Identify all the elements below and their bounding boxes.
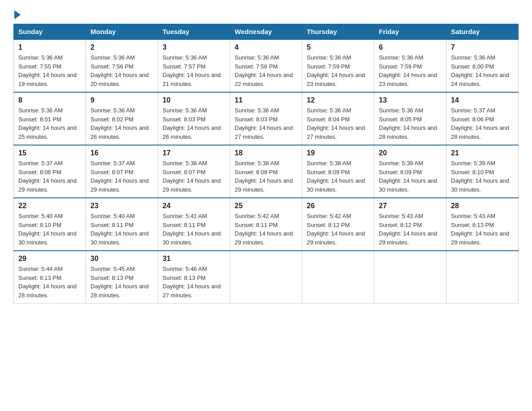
day-info: Sunrise: 5:38 AM Sunset: 8:07 PM Dayligh… <box>163 159 225 194</box>
header-friday: Friday <box>374 24 446 40</box>
day-info: Sunrise: 5:45 AM Sunset: 8:13 PM Dayligh… <box>90 265 153 300</box>
day-number: 22 <box>18 202 81 210</box>
day-info: Sunrise: 5:36 AM Sunset: 8:05 PM Dayligh… <box>379 106 442 141</box>
header-wednesday: Wednesday <box>230 24 302 40</box>
day-info: Sunrise: 5:36 AM Sunset: 7:59 PM Dayligh… <box>379 53 442 88</box>
calendar-cell: 6 Sunrise: 5:36 AM Sunset: 7:59 PM Dayli… <box>374 39 446 92</box>
day-info: Sunrise: 5:37 AM Sunset: 8:07 PM Dayligh… <box>90 159 153 194</box>
day-info: Sunrise: 5:37 AM Sunset: 8:06 PM Dayligh… <box>18 159 81 194</box>
day-number: 3 <box>163 43 225 51</box>
calendar-cell: 9 Sunrise: 5:36 AM Sunset: 8:02 PM Dayli… <box>86 92 158 145</box>
day-info: Sunrise: 5:39 AM Sunset: 8:09 PM Dayligh… <box>379 159 442 194</box>
day-number: 27 <box>379 202 442 210</box>
day-number: 19 <box>307 149 369 157</box>
header-thursday: Thursday <box>302 24 374 40</box>
day-number: 9 <box>90 96 153 104</box>
calendar-cell: 7 Sunrise: 5:36 AM Sunset: 8:00 PM Dayli… <box>446 39 519 92</box>
day-number: 24 <box>163 202 225 210</box>
day-info: Sunrise: 5:38 AM Sunset: 8:09 PM Dayligh… <box>307 159 369 194</box>
calendar-cell: 22 Sunrise: 5:40 AM Sunset: 8:10 PM Dayl… <box>14 198 86 251</box>
calendar-cell: 16 Sunrise: 5:37 AM Sunset: 8:07 PM Dayl… <box>86 145 158 198</box>
day-number: 26 <box>307 202 369 210</box>
day-number: 23 <box>90 202 153 210</box>
logo <box>13 11 21 19</box>
day-info: Sunrise: 5:36 AM Sunset: 8:00 PM Dayligh… <box>451 53 514 88</box>
day-info: Sunrise: 5:41 AM Sunset: 8:11 PM Dayligh… <box>163 212 225 247</box>
day-number: 12 <box>307 96 369 104</box>
day-info: Sunrise: 5:42 AM Sunset: 8:12 PM Dayligh… <box>307 212 369 247</box>
calendar-table: SundayMondayTuesdayWednesdayThursdayFrid… <box>13 24 519 304</box>
calendar-cell: 31 Sunrise: 5:46 AM Sunset: 8:13 PM Dayl… <box>158 251 230 304</box>
day-info: Sunrise: 5:36 AM Sunset: 8:03 PM Dayligh… <box>163 106 225 141</box>
day-info: Sunrise: 5:38 AM Sunset: 8:08 PM Dayligh… <box>235 159 297 194</box>
day-number: 8 <box>18 96 81 104</box>
day-number: 30 <box>90 255 153 263</box>
calendar-cell: 15 Sunrise: 5:37 AM Sunset: 8:06 PM Dayl… <box>14 145 86 198</box>
day-info: Sunrise: 5:36 AM Sunset: 8:03 PM Dayligh… <box>235 106 297 141</box>
day-info: Sunrise: 5:36 AM Sunset: 8:01 PM Dayligh… <box>18 106 81 141</box>
calendar-week-3: 15 Sunrise: 5:37 AM Sunset: 8:06 PM Dayl… <box>14 145 519 198</box>
header-tuesday: Tuesday <box>158 24 230 40</box>
calendar-cell: 21 Sunrise: 5:39 AM Sunset: 8:10 PM Dayl… <box>446 145 519 198</box>
day-number: 5 <box>307 43 369 51</box>
day-info: Sunrise: 5:40 AM Sunset: 8:10 PM Dayligh… <box>18 212 81 247</box>
calendar-cell: 27 Sunrise: 5:43 AM Sunset: 8:12 PM Dayl… <box>374 198 446 251</box>
calendar-cell: 30 Sunrise: 5:45 AM Sunset: 8:13 PM Dayl… <box>86 251 158 304</box>
day-number: 28 <box>451 202 514 210</box>
day-number: 17 <box>163 149 225 157</box>
day-info: Sunrise: 5:40 AM Sunset: 8:11 PM Dayligh… <box>90 212 153 247</box>
calendar-cell: 13 Sunrise: 5:36 AM Sunset: 8:05 PM Dayl… <box>374 92 446 145</box>
header-saturday: Saturday <box>446 24 519 40</box>
calendar-cell: 26 Sunrise: 5:42 AM Sunset: 8:12 PM Dayl… <box>302 198 374 251</box>
day-info: Sunrise: 5:43 AM Sunset: 8:12 PM Dayligh… <box>379 212 442 247</box>
calendar-cell: 24 Sunrise: 5:41 AM Sunset: 8:11 PM Dayl… <box>158 198 230 251</box>
day-number: 18 <box>235 149 297 157</box>
logo-arrow-icon <box>14 10 21 19</box>
calendar-cell: 5 Sunrise: 5:36 AM Sunset: 7:59 PM Dayli… <box>302 39 374 92</box>
calendar-week-4: 22 Sunrise: 5:40 AM Sunset: 8:10 PM Dayl… <box>14 198 519 251</box>
day-info: Sunrise: 5:36 AM Sunset: 8:04 PM Dayligh… <box>307 106 369 141</box>
day-number: 10 <box>163 96 225 104</box>
day-info: Sunrise: 5:36 AM Sunset: 7:56 PM Dayligh… <box>90 53 153 88</box>
calendar-cell: 12 Sunrise: 5:36 AM Sunset: 8:04 PM Dayl… <box>302 92 374 145</box>
calendar-cell: 14 Sunrise: 5:37 AM Sunset: 8:06 PM Dayl… <box>446 92 519 145</box>
calendar-cell: 25 Sunrise: 5:42 AM Sunset: 8:11 PM Dayl… <box>230 198 302 251</box>
day-info: Sunrise: 5:36 AM Sunset: 7:55 PM Dayligh… <box>18 53 81 88</box>
page-header <box>13 9 519 19</box>
calendar-week-5: 29 Sunrise: 5:44 AM Sunset: 8:13 PM Dayl… <box>14 251 519 304</box>
day-number: 31 <box>163 255 225 263</box>
day-number: 2 <box>90 43 153 51</box>
day-info: Sunrise: 5:39 AM Sunset: 8:10 PM Dayligh… <box>451 159 514 194</box>
day-info: Sunrise: 5:36 AM Sunset: 8:02 PM Dayligh… <box>90 106 153 141</box>
day-number: 7 <box>451 43 514 51</box>
calendar-cell: 4 Sunrise: 5:36 AM Sunset: 7:58 PM Dayli… <box>230 39 302 92</box>
day-number: 14 <box>451 96 514 104</box>
calendar-cell: 1 Sunrise: 5:36 AM Sunset: 7:55 PM Dayli… <box>14 39 86 92</box>
calendar-cell <box>230 251 302 304</box>
calendar-cell: 10 Sunrise: 5:36 AM Sunset: 8:03 PM Dayl… <box>158 92 230 145</box>
calendar-cell: 11 Sunrise: 5:36 AM Sunset: 8:03 PM Dayl… <box>230 92 302 145</box>
day-info: Sunrise: 5:36 AM Sunset: 7:59 PM Dayligh… <box>307 53 369 88</box>
day-info: Sunrise: 5:36 AM Sunset: 7:58 PM Dayligh… <box>235 53 297 88</box>
day-number: 16 <box>90 149 153 157</box>
calendar-cell: 17 Sunrise: 5:38 AM Sunset: 8:07 PM Dayl… <box>158 145 230 198</box>
day-number: 25 <box>235 202 297 210</box>
day-info: Sunrise: 5:37 AM Sunset: 8:06 PM Dayligh… <box>451 106 514 141</box>
day-number: 29 <box>18 255 81 263</box>
header-sunday: Sunday <box>14 24 86 40</box>
day-number: 6 <box>379 43 442 51</box>
calendar-cell: 2 Sunrise: 5:36 AM Sunset: 7:56 PM Dayli… <box>86 39 158 92</box>
day-number: 1 <box>18 43 81 51</box>
calendar-cell: 3 Sunrise: 5:36 AM Sunset: 7:57 PM Dayli… <box>158 39 230 92</box>
calendar-cell: 28 Sunrise: 5:43 AM Sunset: 8:13 PM Dayl… <box>446 198 519 251</box>
calendar-cell: 23 Sunrise: 5:40 AM Sunset: 8:11 PM Dayl… <box>86 198 158 251</box>
calendar-cell: 8 Sunrise: 5:36 AM Sunset: 8:01 PM Dayli… <box>14 92 86 145</box>
day-info: Sunrise: 5:36 AM Sunset: 7:57 PM Dayligh… <box>163 53 225 88</box>
header-monday: Monday <box>86 24 158 40</box>
day-number: 13 <box>379 96 442 104</box>
calendar-cell: 29 Sunrise: 5:44 AM Sunset: 8:13 PM Dayl… <box>14 251 86 304</box>
day-info: Sunrise: 5:43 AM Sunset: 8:13 PM Dayligh… <box>451 212 514 247</box>
day-info: Sunrise: 5:42 AM Sunset: 8:11 PM Dayligh… <box>235 212 297 247</box>
calendar-header-row: SundayMondayTuesdayWednesdayThursdayFrid… <box>14 24 519 40</box>
day-number: 20 <box>379 149 442 157</box>
